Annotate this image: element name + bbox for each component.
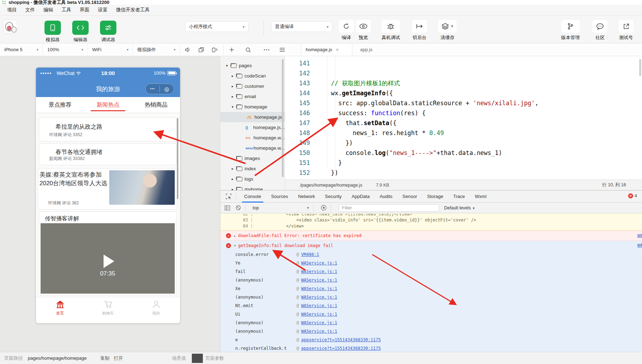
more-options-button[interactable] (263, 46, 270, 54)
clear-cache-button[interactable]: ▼ 清缓存 (438, 20, 457, 41)
console-tab[interactable]: Wxml (471, 191, 490, 202)
mode-select[interactable]: 小程序模式 ▾ (185, 21, 248, 32)
stack-source-link[interactable]: WAService.js:1 (301, 259, 337, 267)
stack-source-link[interactable]: appservice?t=1551434368330:1175 (301, 344, 381, 352)
community-button[interactable]: 社区 (593, 20, 607, 41)
tree-item[interactable]: ▸ customer (220, 81, 285, 91)
tree-expander-icon[interactable]: ▸ (232, 167, 237, 171)
news-card[interactable]: 美媒:蔡英文宣布将参加2020台湾地区领导人大选 环球网 评论 382 (38, 168, 177, 210)
stack-source-link[interactable]: VM486:1 (301, 250, 319, 259)
compile-mode-select[interactable]: 普通编译 ▾ (271, 21, 332, 32)
tree-expander-icon[interactable]: ▸ (232, 84, 237, 88)
stack-source-link[interactable]: WAService.js:1 (301, 284, 337, 293)
inspect-element-button[interactable] (225, 193, 232, 200)
tabbar-home[interactable]: 首页 (36, 297, 84, 323)
tree-item[interactable]: ▸ codeScan (220, 71, 285, 81)
tree-expander-icon[interactable]: ▾ (226, 64, 231, 68)
video-card[interactable]: 传智播客讲解 07:35 (39, 212, 177, 295)
console-error-row[interactable]: ✕ ▾ getImageInfo:fail download image fai… (220, 241, 642, 250)
menu-item[interactable]: 项目 (3, 5, 21, 15)
stack-source-link[interactable]: appservice?t=1551434368330:1175 (301, 336, 381, 344)
video-player[interactable]: 07:35 (41, 223, 175, 294)
new-file-button[interactable] (228, 46, 236, 54)
tab-hot-goods[interactable]: 热销商品 (132, 97, 180, 113)
device-debug-button[interactable]: 真机调试 (381, 20, 400, 41)
volume-button[interactable] (184, 46, 191, 54)
debugger-mode-button[interactable]: 调试器 (100, 21, 117, 43)
clear-console-button[interactable] (235, 204, 242, 212)
collapse-icon[interactable]: ▾ (234, 243, 236, 247)
scene-value-box[interactable] (192, 354, 203, 363)
preview-button[interactable]: 预览 (356, 20, 371, 41)
editor-mode-button[interactable]: 编辑器 (72, 21, 89, 43)
menu-item[interactable]: 编辑 (39, 5, 57, 15)
editor-tab-homepage-js[interactable]: homepage.js × (301, 43, 352, 56)
expand-icon[interactable]: ▸ (234, 234, 236, 238)
tab-scenic[interactable]: 景点推荐 (36, 97, 84, 113)
code-area[interactable]: 141142143 // 获取图片模板1的样式144 wx.getImageIn… (285, 56, 642, 180)
tabbar-me[interactable]: 我的 (132, 297, 180, 323)
console-tab[interactable]: Console (241, 191, 265, 202)
editor-tab-app-js[interactable]: app.js (356, 43, 386, 56)
menu-item[interactable]: 微信开发者工具 (112, 5, 154, 15)
stack-source-link[interactable]: WAService.js:1 (301, 301, 337, 310)
rotate-device-button[interactable] (211, 46, 219, 54)
play-icon[interactable] (104, 255, 114, 268)
context-select[interactable]: top ▼ (253, 205, 310, 210)
console-tab[interactable]: Network (294, 191, 319, 202)
console-error-row[interactable]: ✕ ▸ downloadFile:fail Error: certificate… (220, 231, 642, 241)
news-card[interactable]: 春节各地交通拥堵 新闻网 评论 33382 (39, 143, 177, 165)
outline-button[interactable] (278, 46, 286, 54)
menu-item[interactable]: 界面 (75, 5, 94, 15)
menu-item[interactable]: 设置 (94, 5, 112, 15)
open-path-button[interactable]: 打开 (114, 355, 123, 362)
tree-item[interactable]: ▾ homepage (220, 102, 285, 112)
tree-item[interactable]: homepage.js... (220, 122, 285, 133)
stack-source-link[interactable]: WAService.js:1 (301, 318, 337, 327)
search-button[interactable] (244, 46, 252, 54)
tree-item[interactable]: ▸ images (220, 153, 285, 164)
compile-button[interactable]: 编译 (339, 20, 354, 41)
console-tab[interactable]: Trace (450, 191, 469, 202)
editor-scrollbar[interactable] (639, 59, 641, 76)
tree-expander-icon[interactable]: ▸ (232, 156, 237, 160)
console-tab[interactable]: Audits (376, 191, 396, 202)
tree-item[interactable]: homepage.js (220, 112, 285, 122)
tab-news[interactable]: 新闻热点 (84, 97, 132, 113)
zoom-select[interactable]: 100%▾ (43, 43, 88, 56)
tree-item[interactable]: homepage.w... (220, 143, 285, 153)
console-tab[interactable]: Sources (268, 191, 292, 202)
stack-source-link[interactable]: WAService.js:1 (301, 310, 337, 318)
console-tab[interactable]: Security (321, 191, 345, 202)
error-count-badge[interactable]: ✕ 4 (628, 193, 637, 198)
tree-item[interactable]: ▸ index (220, 164, 285, 174)
menu-item[interactable]: 工具 (57, 5, 75, 15)
news-card[interactable]: 希拉里的从政之路 环球网 评论 3352 (39, 117, 177, 141)
filter-input[interactable] (339, 204, 439, 212)
console-tab[interactable]: Sensor (399, 191, 421, 202)
simulate-action-select[interactable]: 模拟操作▾ (133, 43, 180, 56)
log-levels-select[interactable]: Default levels ▼ (444, 205, 475, 210)
tree-item[interactable]: ▸ myhome (220, 184, 285, 190)
stack-source-link[interactable]: WAService.js:1 (301, 293, 337, 301)
simulator-mode-button[interactable]: 模拟器 (44, 21, 61, 43)
version-manage-button[interactable]: 版本管理 (561, 20, 580, 41)
console-eye-button[interactable] (320, 204, 327, 212)
tree-expander-icon[interactable]: ▾ (232, 105, 237, 109)
device-select[interactable]: iPhone 5▾ (0, 43, 43, 56)
more-menu-button[interactable]: ••• (146, 84, 159, 94)
user-avatar[interactable] (4, 20, 17, 33)
tree-item[interactable]: homepage.w... (220, 133, 285, 143)
error-source-link[interactable]: WAService.js:1 (637, 233, 642, 238)
tree-item[interactable]: ▾ pages (220, 60, 285, 71)
network-select[interactable]: WiFi▾ (88, 43, 133, 56)
page-scrollbar[interactable] (177, 118, 178, 199)
menu-item[interactable]: 文件 (21, 5, 39, 15)
copy-path-button[interactable]: 复制 (100, 355, 110, 362)
home-capsule-button[interactable]: ◎ (160, 84, 174, 94)
error-source-link[interactable]: WAService.js:1 (637, 243, 642, 248)
switch-background-button[interactable]: 切后台 (412, 20, 427, 41)
console-tab[interactable]: Storage (423, 191, 447, 202)
tree-expander-icon[interactable]: ▸ (232, 74, 237, 78)
tree-item[interactable]: ▸ email (220, 91, 285, 102)
